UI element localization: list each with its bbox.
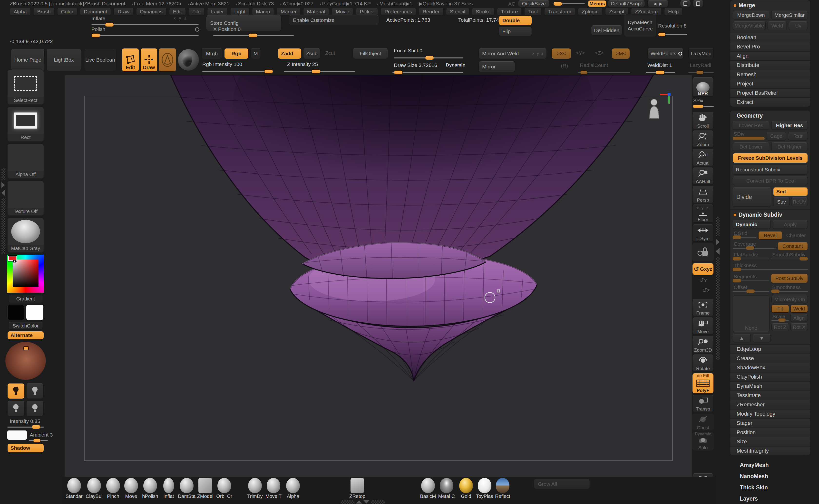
micro-align-button[interactable]: Align: [790, 314, 808, 322]
section-zremesher[interactable]: ZRemesher: [730, 400, 810, 409]
zretopo-tool[interactable]: ZRetop: [348, 477, 367, 499]
frame-button[interactable]: Frame: [692, 299, 714, 316]
rot-x-button[interactable]: Rot X: [791, 323, 808, 331]
higher-res-button[interactable]: Higher Res: [771, 121, 808, 130]
menu-texture[interactable]: Texture: [497, 8, 522, 16]
merge-visible-button[interactable]: MergeVisible: [733, 21, 766, 30]
home-page-button[interactable]: Home Page: [11, 49, 45, 71]
quicksave-button[interactable]: QuickSave: [518, 0, 550, 7]
rot-z-button[interactable]: Rot Z: [772, 323, 789, 331]
ambient-slider[interactable]: [29, 440, 48, 441]
zoom3d-button[interactable]: Zoom3D: [692, 336, 714, 353]
brush-damstandard[interactable]: DamSta: [177, 477, 196, 499]
left-divider-close-icon[interactable]: [1, 190, 5, 196]
menu-preferences[interactable]: Preferences: [381, 8, 416, 16]
section-project[interactable]: Project: [730, 79, 810, 88]
stroke-selectrect-button[interactable]: SelectRect: [7, 70, 44, 105]
menu-picker[interactable]: Picker: [356, 8, 378, 16]
weld-points-button[interactable]: WeldPoints: [648, 48, 684, 59]
brush-pinch[interactable]: Pinch: [104, 477, 123, 499]
lightbox-button[interactable]: LightBox: [47, 49, 81, 71]
bevel-button[interactable]: Bevel: [758, 231, 782, 240]
smooth-subdiv-slider[interactable]: SmoothSubdiv: [771, 252, 808, 261]
coverage-slider[interactable]: Coverage: [733, 242, 776, 250]
lower-res-button[interactable]: Lower Res: [733, 121, 769, 130]
uv-button[interactable]: Uv: [789, 21, 808, 30]
gxyz-button[interactable]: ↺ Gxyz: [692, 263, 714, 275]
solo-button[interactable]: Dynamic Solo: [692, 432, 714, 450]
intensity-slider[interactable]: [7, 427, 44, 428]
menu-stroke[interactable]: Stroke: [472, 8, 494, 16]
micro-weld-button[interactable]: Weld: [791, 305, 808, 313]
section-extract[interactable]: Extract: [730, 97, 810, 107]
rotate-button[interactable]: Rotate: [692, 355, 714, 372]
ghost-button[interactable]: Ghost: [692, 413, 714, 430]
section-crease[interactable]: Crease: [730, 354, 810, 363]
light-3-button[interactable]: [7, 401, 24, 416]
bottom-divider-down-icon[interactable]: [363, 500, 369, 504]
section-tessimate[interactable]: Tessimate: [730, 391, 810, 400]
weld-dist-slider[interactable]: [646, 72, 675, 73]
section-shadowbox[interactable]: ShadowBox: [730, 363, 810, 372]
light-position-handle[interactable]: [23, 346, 29, 350]
flat-subdiv-slider[interactable]: FlatSubdiv: [733, 252, 769, 261]
edit-button[interactable]: Edit: [122, 48, 139, 72]
gy-button[interactable]: ↺Y: [692, 277, 714, 283]
polyf-button[interactable]: ne Fill PolyF: [692, 373, 714, 393]
menu-dynamics[interactable]: Dynamics: [136, 8, 166, 16]
sv-square[interactable]: [13, 260, 38, 287]
brush-zmodeler[interactable]: ZModel: [196, 477, 215, 499]
ui-scale-slider[interactable]: [553, 3, 585, 4]
grow-all-button[interactable]: Grow All: [534, 479, 590, 489]
polish-slider[interactable]: [91, 35, 198, 36]
fill-object-button[interactable]: FillObject: [353, 48, 388, 59]
section-stager[interactable]: Stager: [730, 418, 810, 428]
freeze-subdivision-button[interactable]: Freeze SubDivision Levels: [733, 153, 808, 163]
lsym-button[interactable]: L.Sym: [692, 224, 714, 242]
ambient-color-swatch[interactable]: [7, 430, 27, 440]
constant-button[interactable]: Constant: [778, 242, 808, 250]
sym-m-button[interactable]: >M<: [612, 48, 630, 59]
reconstruct-subdiv-button[interactable]: Reconstruct Subdiv: [733, 165, 808, 175]
shadow-button[interactable]: Shadow: [7, 444, 44, 452]
zoom-button[interactable]: Zoom: [692, 131, 714, 148]
divide-button[interactable]: Divide: [733, 187, 771, 207]
menu-file[interactable]: File: [188, 8, 204, 16]
menu-help[interactable]: Help: [664, 8, 683, 16]
texture-selector-button[interactable]: Texture Off: [7, 181, 44, 216]
menu-brush[interactable]: Brush: [33, 8, 55, 16]
section-size[interactable]: Size: [730, 437, 810, 446]
menu-macro[interactable]: Macro: [252, 8, 274, 16]
scroll-button[interactable]: Scroll: [692, 112, 714, 129]
left-divider-bottom[interactable]: [1, 198, 5, 254]
chamfer-button[interactable]: Chamfer: [784, 231, 808, 240]
smooth-subdiv-knob[interactable]: [800, 257, 808, 261]
sym-y-button[interactable]: >Y<: [576, 50, 585, 56]
zsub-button[interactable]: Zsub: [303, 48, 320, 59]
menu-layer[interactable]: Layer: [207, 8, 228, 16]
zcut-button[interactable]: Zcut: [325, 50, 335, 56]
alternate-button[interactable]: Alternate: [7, 331, 44, 339]
menu-light[interactable]: Light: [230, 8, 249, 16]
secondary-color-swatch[interactable]: [26, 305, 43, 320]
menu-material[interactable]: Material: [303, 8, 329, 16]
color-picker[interactable]: [7, 255, 44, 293]
smoothness-slider[interactable]: Smoothness: [771, 285, 808, 294]
qgrid-knob[interactable]: [733, 235, 741, 239]
convert-bpr-button[interactable]: Convert BPR To Geo: [733, 177, 808, 185]
resolution-slider[interactable]: [658, 34, 687, 35]
menu-alpha[interactable]: Alpha: [10, 8, 31, 16]
light-placement-sphere[interactable]: [5, 342, 46, 380]
gyro-button[interactable]: [159, 48, 176, 72]
draw-button[interactable]: Draw: [140, 48, 157, 72]
micro-prev-button[interactable]: ▲: [733, 334, 751, 342]
micro-scale-slider[interactable]: Scale: [772, 314, 789, 322]
smt-button[interactable]: Smt: [773, 187, 808, 196]
bottom-divider-up-icon[interactable]: [356, 500, 362, 504]
lazy-radius-slider[interactable]: [688, 72, 714, 73]
section-edgeloop[interactable]: EdgeLoop: [730, 344, 810, 354]
right-divider-bottom[interactable]: [716, 257, 720, 360]
del-lower-button[interactable]: Del Lower: [733, 142, 769, 151]
micromesh-preview[interactable]: None: [733, 296, 770, 332]
cage-button[interactable]: Cage: [767, 132, 786, 140]
